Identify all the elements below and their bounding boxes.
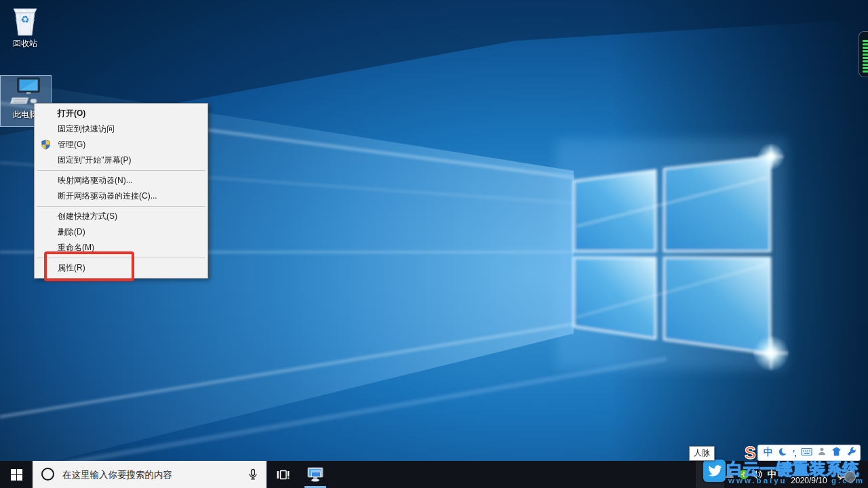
menu-item-create-shortcut[interactable]: 创建快捷方式(S) [35, 209, 208, 224]
sogou-logo-icon[interactable]: S [745, 444, 756, 462]
windows-desktop: ♻ 回收站 此电脑 打开(O) 固定到快速访问 [0, 0, 868, 488]
menu-separator [37, 258, 205, 258]
action-center-icon[interactable] [837, 468, 849, 483]
ime-toolbar: S 中 ’, [745, 444, 861, 462]
start-button[interactable] [0, 461, 33, 488]
menu-item-rename[interactable]: 重命名(M) [35, 240, 208, 256]
people-silhouette-icon [724, 468, 735, 482]
task-view-icon [276, 468, 290, 481]
menu-item-delete[interactable]: 删除(D) [35, 224, 208, 240]
menu-item-open[interactable]: 打开(O) [35, 106, 208, 121]
recycle-arrows-icon: ♻ [20, 14, 29, 26]
taskbar-clock-date[interactable]: 2020/9/10 [785, 476, 833, 485]
search-input[interactable] [33, 461, 267, 488]
menu-item-properties[interactable]: 属性(R) [35, 260, 208, 276]
menu-item-map-network-drive[interactable]: 映射网络驱动器(N)... [35, 173, 208, 188]
input-language-indicator[interactable]: 中 [764, 461, 779, 488]
microphone-icon[interactable] [247, 468, 259, 483]
people-button[interactable] [696, 461, 724, 488]
ime-fullmoon-icon[interactable] [778, 447, 788, 460]
speaker-icon[interactable] [751, 469, 763, 483]
uac-shield-icon [41, 140, 51, 150]
menu-item-pin-start[interactable]: 固定到"开始"屏幕(P) [35, 152, 208, 168]
menu-item-manage[interactable]: 管理(G) [35, 137, 208, 152]
task-view-button[interactable] [269, 461, 297, 488]
menu-item-pin-quick-access[interactable]: 固定到快速访问 [35, 121, 208, 137]
tray-antivirus-icon[interactable] [739, 470, 749, 479]
people-tooltip: 人脉 [689, 446, 715, 461]
context-menu: 打开(O) 固定到快速访问 管理(G) 固定到"开始"屏幕(P) 映射网络驱动器… [34, 103, 208, 279]
ime-punctuation-icon[interactable]: ’, [793, 448, 796, 458]
taskbar: 中 [0, 461, 868, 488]
ime-account-icon[interactable] [817, 447, 827, 459]
menu-separator [37, 170, 205, 171]
volume-indicator [859, 31, 868, 77]
taskbar-search-box[interactable] [33, 461, 267, 488]
taskbar-this-pc-button[interactable] [301, 461, 330, 488]
ime-skin-shirt-icon[interactable] [831, 447, 842, 460]
windows-logo-icon [11, 469, 22, 481]
menu-item-disconnect-network-drive[interactable]: 断开网络驱动器的连接(C)... [35, 188, 208, 204]
computer-window-icon [307, 466, 324, 483]
ime-wrench-icon[interactable] [846, 447, 856, 460]
ime-chinese-mode-icon[interactable]: 中 [764, 447, 773, 459]
desktop-icon-recycle-bin[interactable]: ♻ 回收站 [3, 4, 47, 49]
recycle-bin-icon: ♻ [9, 4, 41, 37]
recycle-bin-label: 回收站 [3, 38, 47, 49]
menu-separator [37, 206, 205, 207]
ime-keyboard-icon[interactable] [801, 447, 812, 459]
